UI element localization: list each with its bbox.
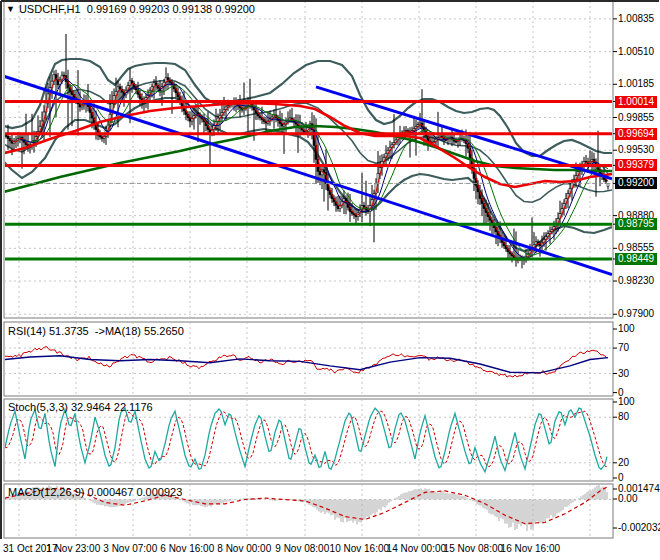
time-axis-label: 6 Nov 16:00 [160, 543, 214, 554]
stoch-indicator-label: Stoch(5,3,3) 32.9464 22.1176 [8, 401, 153, 413]
time-axis-label: 1 Nov 23:00 [46, 543, 100, 554]
time-axis-label: 16 Nov 16:00 [501, 543, 561, 554]
rsi-axis-tick: 100 [618, 323, 635, 334]
main-panel-border [4, 1, 613, 318]
resistance-price-label: 1.00014 [615, 96, 657, 108]
chart-title: ▼USDCHF,H1 0.99169 0.99203 0.99138 0.992… [6, 3, 255, 16]
price-axis-tick: 1.00185 [618, 78, 654, 89]
price-axis-tick: 0.97900 [618, 308, 654, 319]
macd-axis-tick: 0.00 [618, 493, 637, 504]
time-axis-label: 15 Nov 08:00 [444, 543, 504, 554]
price-axis-tick: 0.98555 [618, 242, 654, 253]
trendline-lower[interactable] [0, 75, 612, 275]
rsi-indicator-label: RSI(14) 51.3735 ->MA(18) 55.2650 [8, 325, 184, 337]
time-axis-label: 3 Nov 07:00 [103, 543, 157, 554]
support-price-label: 0.98449 [615, 253, 657, 265]
macd-axis-tick: -0.002032 [618, 522, 660, 533]
current-price-label: 0.99200 [615, 177, 657, 189]
candle-wicks [6, 34, 608, 268]
price-axis-tick: 1.00835 [618, 13, 654, 24]
resistance-price-label: 0.99379 [615, 159, 657, 171]
price-chart-svg[interactable] [0, 0, 660, 560]
main-panel[interactable] [0, 1, 613, 318]
macd-indicator-label: MACD(12,26,9) 0.000467 0.000923 [8, 486, 182, 498]
stoch-axis-tick: 0 [618, 472, 624, 483]
price-axis-tick: 0.98230 [618, 275, 654, 286]
stoch-axis-tick: 100 [618, 396, 635, 407]
price-axis-tick: 0.99855 [618, 112, 654, 123]
rsi-ma-line [5, 356, 608, 373]
symbol-ohlc-text: USDCHF,H1 0.99169 0.99203 0.99138 0.9920… [19, 3, 255, 15]
support-price-label: 0.98795 [615, 218, 657, 230]
resistance-price-label: 0.99694 [615, 128, 657, 140]
stoch-axis-tick: 20 [618, 457, 629, 468]
time-axis-label: 9 Nov 08:00 [275, 543, 329, 554]
stoch-axis-tick: 80 [618, 411, 629, 422]
time-axis-label: 10 Nov 16:00 [330, 543, 390, 554]
time-axis-label: 8 Nov 00:00 [217, 543, 271, 554]
rsi-axis-tick: 30 [618, 368, 629, 379]
price-axis-tick: 0.99530 [618, 144, 654, 155]
rsi-axis-tick: 70 [618, 342, 629, 353]
price-axis-tick: 1.00510 [618, 46, 654, 57]
chart-dropdown-icon[interactable]: ▼ [6, 3, 15, 15]
time-axis-label: 14 Nov 00:00 [387, 543, 447, 554]
chart-window: ▼USDCHF,H1 0.99169 0.99203 0.99138 0.992… [0, 0, 660, 560]
